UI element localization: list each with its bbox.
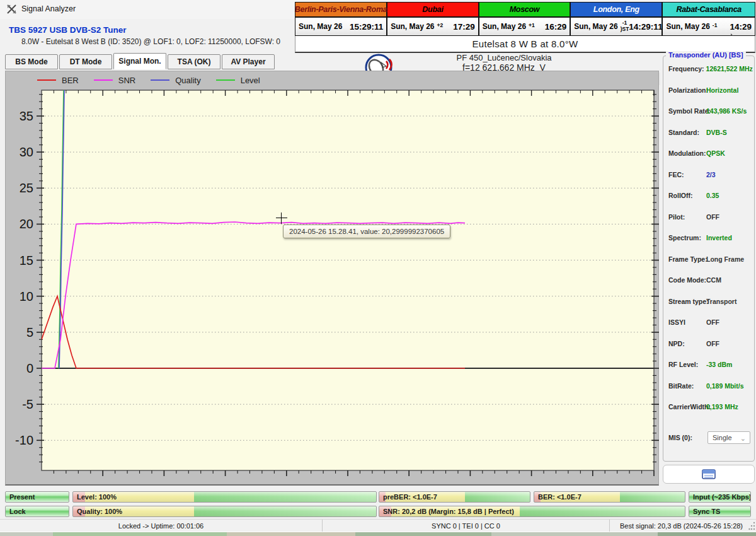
- tuner-subtitle: 8.0W - Eutelsat 8 West B (ID: 3520) @ LO…: [21, 37, 280, 46]
- status-uptime: Locked -> Uptime: 00:01:06: [0, 520, 323, 532]
- clock-time: 14:29: [730, 22, 752, 32]
- lock-indicator: Lock: [5, 506, 69, 517]
- svg-text:15: 15: [20, 253, 33, 267]
- transponder-value: 2/3: [706, 171, 716, 178]
- tab-tsa-ok-[interactable]: TSA (OK): [168, 54, 220, 69]
- clock-london-eng: London, EngSun, May 26-1)ST14:29:11: [571, 3, 663, 35]
- transponder-label: Polarization:: [668, 86, 704, 94]
- clock-city-label: Rabat-Casablanca: [663, 3, 755, 18]
- crosshair-icon: [276, 218, 287, 218]
- clock-utc-offset: -1: [713, 24, 718, 29]
- transponder-label: Frame Type:: [668, 255, 704, 263]
- transponder-label: CarrierWidth:: [668, 403, 704, 411]
- transponder-label: ISSYI: [668, 318, 704, 326]
- svg-text:10: 10: [20, 289, 33, 303]
- clock-time: 16:29: [545, 22, 567, 32]
- svg-text:-10: -10: [15, 433, 33, 447]
- clock-rabat-casablanca: Rabat-CasablancaSun, May 26-114:29: [663, 3, 755, 35]
- clock-city-label: London, Eng: [571, 3, 662, 18]
- chart-tooltip: 2024-05-26 15.28.41, value: 20,299999237…: [283, 224, 450, 238]
- clock-city-label: Moscow: [479, 3, 570, 18]
- transponder-value: 0,189 Mbit/s: [706, 382, 744, 390]
- svg-text:30: 30: [20, 145, 33, 159]
- chevron-down-icon: ⌄: [740, 433, 746, 444]
- window-title: Signal Analyzer: [21, 4, 76, 13]
- transponder-row-bitrate-: BitRate:0,189 Mbit/s: [668, 382, 752, 404]
- clock-date: Sun, May 26: [483, 22, 526, 31]
- transponder-row-stream-type-: Stream type:Transport: [668, 298, 752, 319]
- status-sync-counters: SYNC 0 | TEI 0 | CC 0: [323, 520, 610, 532]
- app-icon: [6, 4, 17, 15]
- svg-text:0: 0: [26, 361, 33, 375]
- transponder-value: DVB-S: [706, 129, 727, 136]
- tab-signal-mon-[interactable]: Signal Mon.: [113, 53, 166, 69]
- clock-date: Sun, May 26: [391, 22, 434, 31]
- transponder-value: QPSK: [706, 149, 725, 157]
- sync-ts-indicator: Sync TS: [689, 506, 751, 517]
- mis-dropdown[interactable]: Single ⌄: [707, 431, 750, 444]
- input-indicator: Input (~235 Kbps): [689, 491, 751, 503]
- tuner-title: TBS 5927 USB DVB-S2 Tuner: [9, 25, 127, 35]
- clock-date: Sun, May 26: [574, 22, 617, 31]
- svg-text:35: 35: [20, 109, 33, 123]
- transponder-label: Code Mode:: [668, 276, 704, 284]
- transponder-value: Inverted: [706, 234, 732, 242]
- status-best-signal: Best signal: 20,3 dB (2024-05-26 15:28): [610, 520, 753, 532]
- present-indicator: Present: [5, 491, 69, 503]
- satellite-header: Eutelsat 8 W B at 8.0°W: [295, 36, 755, 53]
- tab-av-player[interactable]: AV Player: [222, 54, 275, 69]
- crosshair-icon: [281, 213, 282, 224]
- transponder-panel-title: Transponder (AU) [BS]: [666, 51, 746, 59]
- clock-time-row: Sun, May 26+116:29: [479, 18, 570, 35]
- ber-bar: BER: <1.0E-7: [534, 491, 685, 503]
- transponder-value: Transport: [706, 298, 736, 305]
- transponder-label: Symbol Rate:: [668, 107, 704, 115]
- clock-time-row: Sun, May 26-1)ST14:29:11: [571, 18, 662, 35]
- transponder-panel: Frequency:12621,522 MHzPolarization:Hori…: [663, 55, 755, 462]
- clock-berlin-paris-vienna-roma: Berlin-Paris-Vienna-RomaSun, May 2615:29…: [295, 3, 387, 35]
- tab-bs-mode[interactable]: BS Mode: [5, 54, 58, 69]
- transponder-row-frequency-: Frequency:12621,522 MHz: [668, 65, 752, 86]
- transponder-label: BitRate:: [668, 382, 704, 390]
- clock-time-row: Sun, May 2615:29:11: [295, 18, 386, 35]
- transponder-value: OFF: [706, 340, 719, 347]
- signal-chart[interactable]: -10-505101520253035: [6, 71, 660, 485]
- transponder-value: -33 dBm: [706, 361, 732, 368]
- transponder-value: 0,193 MHz: [706, 403, 738, 411]
- transponder-value: OFF: [706, 213, 719, 221]
- mis-label: MIS (0):: [668, 434, 704, 441]
- transponder-label: Stream type:: [668, 298, 704, 305]
- clock-utc-offset: +1: [529, 24, 535, 29]
- resize-grip[interactable]: [753, 520, 756, 532]
- transponder-row-symbol-rate-: Symbol Rate:143,986 KS/s: [668, 107, 752, 129]
- transponder-label: FEC:: [668, 171, 704, 178]
- clock-city-label: Dubai: [387, 3, 478, 18]
- site-label: PF 450_Lučenec/Slovakia: [353, 53, 655, 62]
- clock-utc-offset: +2: [437, 24, 444, 29]
- world-clock-panel: Berlin-Paris-Vienna-RomaSun, May 2615:29…: [295, 2, 755, 36]
- clock-time-row: Sun, May 26-114:29: [663, 18, 755, 35]
- clock-city-label: Berlin-Paris-Vienna-Roma: [295, 3, 386, 18]
- clock-dubai: DubaiSun, May 26+217:29: [387, 3, 479, 35]
- tab-dt-mode[interactable]: DT Mode: [59, 54, 112, 69]
- transponder-row-issyi: ISSYIOFF: [668, 318, 752, 340]
- clock-date: Sun, May 26: [299, 22, 342, 31]
- status-bar: Locked -> Uptime: 00:01:06 SYNC 0 | TEI …: [0, 519, 756, 532]
- transponder-value: 143,986 KS/s: [706, 107, 747, 115]
- stream-info-button[interactable]: [663, 465, 755, 484]
- transponder-label: Frequency:: [668, 65, 704, 73]
- transponder-label: Standard:: [668, 129, 704, 136]
- transponder-row-code-mode-: Code Mode:CCM: [668, 276, 752, 298]
- server-icon: [702, 469, 716, 479]
- transponder-value: CCM: [706, 276, 721, 284]
- clock-time-row: Sun, May 26+217:29: [387, 18, 478, 35]
- clock-time: 15:29:11: [350, 22, 383, 32]
- level-bar: Level: 100%: [72, 491, 377, 503]
- transponder-value: OFF: [706, 318, 719, 326]
- mis-value: Single: [713, 434, 732, 441]
- clock-utc-offset: -1)ST: [621, 21, 629, 32]
- clock-date: Sun, May 26: [666, 22, 709, 31]
- transponder-row-npd-: NPD:OFF: [668, 340, 752, 361]
- transponder-row-rolloff-: RollOff:0.35: [668, 192, 752, 213]
- background-window-sliver: [0, 532, 756, 536]
